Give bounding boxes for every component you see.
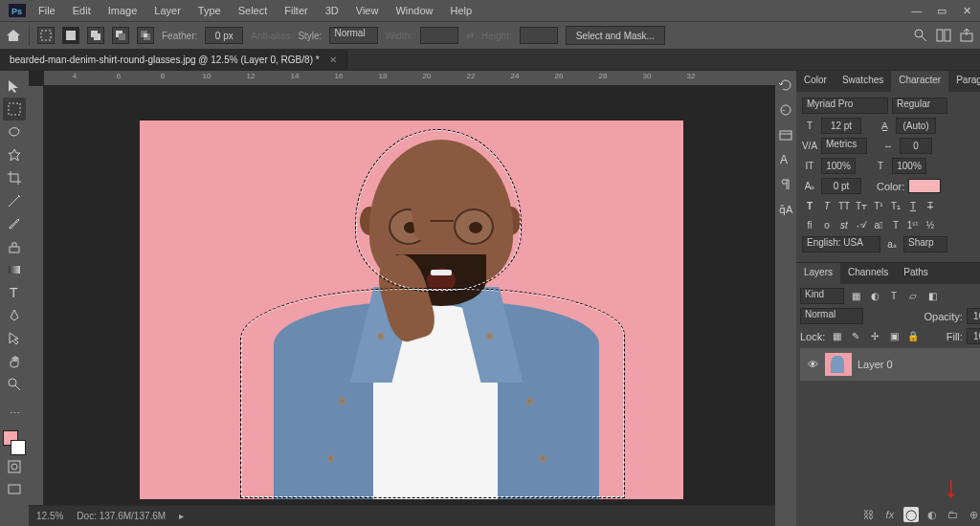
filter-shape-icon[interactable]: ▱	[905, 289, 921, 304]
text-color-swatch[interactable]	[908, 179, 941, 193]
menu-3d[interactable]: 3D	[318, 2, 346, 19]
layer-filter-select[interactable]: Kind	[800, 288, 844, 304]
filter-pixel-icon[interactable]: ▦	[848, 289, 863, 304]
select-and-mask-button[interactable]: Select and Mask...	[566, 26, 665, 45]
kerning-select[interactable]: Metrics	[821, 138, 867, 154]
workspace-icon[interactable]	[936, 28, 951, 43]
layer-row[interactable]: 👁 Layer 0	[800, 348, 980, 381]
selection-add-icon[interactable]	[87, 27, 104, 44]
font-size-input[interactable]	[821, 118, 861, 134]
chevron-right-icon[interactable]: ▸	[179, 511, 184, 521]
libraries-icon[interactable]	[775, 124, 796, 145]
styles-icon[interactable]: A	[775, 149, 796, 170]
zoom-level[interactable]: 12.5%	[36, 511, 63, 521]
tracking-input[interactable]	[900, 138, 932, 154]
brush-tool[interactable]	[3, 212, 26, 235]
screenmode-tool[interactable]	[3, 478, 26, 501]
lasso-tool[interactable]	[3, 121, 26, 143]
path-select-tool[interactable]	[3, 327, 26, 350]
feather-input[interactable]	[205, 27, 243, 44]
tab-channels[interactable]: Channels	[840, 263, 896, 284]
menu-file[interactable]: File	[31, 2, 63, 19]
selection-subtract-icon[interactable]	[112, 27, 129, 44]
share-icon[interactable]	[959, 28, 974, 43]
menu-layer[interactable]: Layer	[146, 2, 189, 19]
window-minimize-icon[interactable]: —	[909, 5, 924, 16]
strike-icon[interactable]: T	[923, 198, 938, 213]
italic-icon[interactable]: T	[819, 198, 835, 213]
link-icon[interactable]: ⛓	[861, 507, 877, 522]
selection-new-icon[interactable]	[62, 27, 79, 44]
tab-character[interactable]: Character	[891, 71, 948, 92]
lock-trans-icon[interactable]: ▦	[829, 329, 844, 344]
underline-icon[interactable]: T	[905, 198, 921, 213]
window-close-icon[interactable]: ✕	[959, 5, 974, 16]
opacity-input[interactable]	[967, 308, 980, 324]
lock-all-icon[interactable]: 🔒	[905, 329, 921, 344]
baseline-input[interactable]	[821, 178, 861, 194]
paragraph-icon[interactable]	[775, 174, 796, 195]
ruler-horizontal[interactable]: 4 6 8 10 12 14 16 18 20 22 24 26 28 30 3…	[44, 71, 775, 86]
selection-intersect-icon[interactable]	[137, 27, 154, 44]
layer-name[interactable]: Layer 0	[858, 359, 893, 370]
bold-icon[interactable]: T	[802, 198, 817, 213]
search-icon[interactable]	[913, 28, 928, 43]
document-canvas[interactable]	[140, 121, 683, 499]
tab-color[interactable]: Color	[796, 71, 835, 92]
menu-view[interactable]: View	[348, 2, 387, 19]
filter-type-icon[interactable]: T	[886, 289, 902, 304]
tool-preset-icon[interactable]	[37, 27, 55, 44]
ps-logo[interactable]: Ps	[6, 2, 29, 19]
titling-icon[interactable]: T	[888, 217, 903, 232]
filter-adjust-icon[interactable]: ◐	[867, 289, 882, 304]
eyedropper-tool[interactable]	[3, 189, 26, 212]
lock-pos-icon[interactable]: ✢	[867, 329, 882, 344]
lock-paint-icon[interactable]: ✎	[848, 329, 863, 344]
font-style-select[interactable]: Regular	[892, 98, 947, 114]
tab-paths[interactable]: Paths	[896, 263, 936, 284]
mask-icon[interactable]: ◯	[903, 507, 919, 522]
layer-thumbnail[interactable]	[825, 353, 852, 376]
hscale-input[interactable]	[892, 158, 926, 174]
ruler-vertical[interactable]	[29, 86, 44, 505]
document-tab[interactable]: bearded-man-denim-shirt-round-glasses.jp…	[0, 50, 347, 70]
gradient-tool[interactable]	[3, 258, 26, 281]
fx-icon[interactable]: fx	[882, 507, 898, 522]
fill-input[interactable]	[967, 328, 980, 344]
menu-edit[interactable]: Edit	[65, 2, 99, 19]
quickmask-tool[interactable]	[3, 455, 26, 478]
visibility-icon[interactable]: 👁	[800, 359, 825, 370]
blend-mode-select[interactable]: Normal	[800, 308, 863, 324]
tab-layers[interactable]: Layers	[796, 263, 840, 284]
leading-input[interactable]	[896, 118, 936, 134]
hand-tool[interactable]	[3, 350, 26, 373]
adjustments-icon[interactable]	[775, 99, 796, 121]
swash-icon[interactable]: 𝒜	[854, 217, 869, 232]
type-tool[interactable]: T	[3, 281, 26, 304]
group-icon[interactable]: 🗀	[946, 507, 961, 522]
glyphs-icon[interactable]: q̂A	[775, 199, 796, 220]
font-family-select[interactable]: Myriad Pro	[802, 98, 888, 114]
menu-select[interactable]: Select	[231, 2, 276, 19]
superscript-icon[interactable]: T¹	[871, 198, 886, 213]
lock-artboard-icon[interactable]: ▣	[886, 329, 902, 344]
language-select[interactable]: English: USA	[802, 236, 880, 252]
stylistic-icon[interactable]: st	[836, 217, 852, 232]
tab-swatches[interactable]: Swatches	[835, 71, 891, 92]
half-icon[interactable]: ½	[923, 217, 938, 232]
marquee-tool[interactable]	[3, 98, 26, 121]
allcaps-icon[interactable]: TT	[836, 198, 852, 213]
close-icon[interactable]: ✕	[329, 55, 337, 65]
filter-smart-icon[interactable]: ◧	[924, 289, 940, 304]
quick-select-tool[interactable]	[3, 143, 26, 166]
vscale-input[interactable]	[821, 158, 856, 174]
color-swatches[interactable]	[3, 430, 26, 455]
menu-filter[interactable]: Filter	[277, 2, 315, 19]
clone-tool[interactable]	[3, 235, 26, 258]
history-icon[interactable]	[775, 75, 796, 96]
subscript-icon[interactable]: T₁	[888, 198, 903, 213]
menu-window[interactable]: Window	[388, 2, 440, 19]
ligature-icon[interactable]: fi	[802, 217, 817, 232]
window-restore-icon[interactable]: ▭	[934, 5, 949, 16]
adjustment-layer-icon[interactable]: ◐	[924, 507, 940, 522]
